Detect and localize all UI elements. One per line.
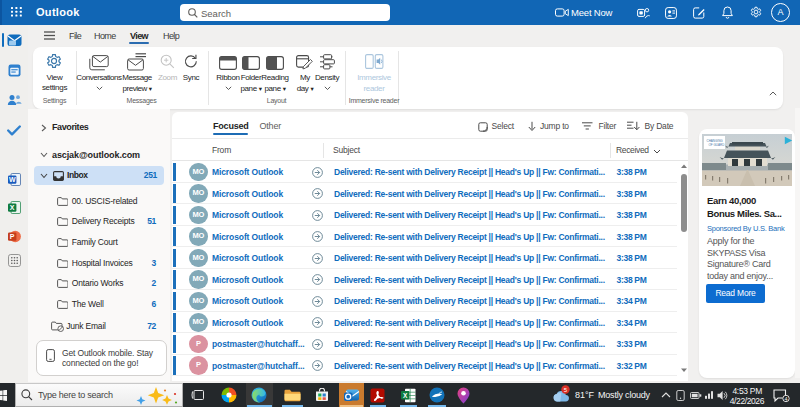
svg-text:W: W <box>8 176 15 183</box>
svg-text:4: 4 <box>784 396 787 402</box>
svg-text:X: X <box>9 204 14 211</box>
svg-text:OF GUARD: OF GUARD <box>709 143 726 147</box>
svg-text:P: P <box>9 232 14 239</box>
svg-text:X: X <box>403 391 408 398</box>
